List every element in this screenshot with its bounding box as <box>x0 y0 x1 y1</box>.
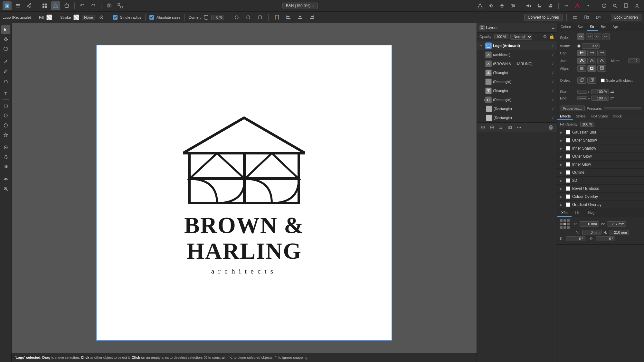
end-swap-icon[interactable]: ⇄ <box>610 96 614 101</box>
effect-inner-shadow[interactable]: ▶ Inner Shadow <box>557 144 644 153</box>
align-obj-left-icon[interactable] <box>571 13 580 22</box>
view-tool[interactable] <box>1 175 10 184</box>
cap-round[interactable] <box>587 50 596 56</box>
layers-fx-icon[interactable]: fx <box>497 124 505 131</box>
inner-glow-checkbox[interactable] <box>566 162 570 167</box>
align-obj-right-icon[interactable] <box>594 13 603 22</box>
effects-tab-effects[interactable]: Effects <box>557 113 573 120</box>
ungroup-icon[interactable] <box>116 1 125 10</box>
app-icon[interactable]: A <box>3 1 12 10</box>
ref-bl[interactable] <box>560 226 563 229</box>
outer-glow-expand[interactable]: ▶ <box>560 155 564 158</box>
radius-toggle3[interactable] <box>255 13 264 22</box>
layers-menu-btn[interactable]: ≡ <box>552 25 554 30</box>
stroke-swatch[interactable] <box>73 14 79 20</box>
h-input[interactable] <box>610 230 629 235</box>
undo-icon[interactable] <box>78 1 87 10</box>
mitre-input[interactable] <box>628 58 639 63</box>
stroke-style-solid[interactable] <box>577 33 584 40</box>
w-input[interactable] <box>607 221 626 227</box>
cap-square[interactable] <box>597 50 606 56</box>
inner-shadow-checkbox[interactable] <box>566 146 570 151</box>
order-back[interactable] <box>587 77 596 84</box>
start-value-input[interactable] <box>591 89 609 94</box>
align-center-icon[interactable] <box>296 13 305 22</box>
zoom-tool[interactable] <box>1 184 10 193</box>
stroke-style-dash[interactable] <box>586 33 593 40</box>
effects-tab-text-styles[interactable]: Text Styles <box>588 113 610 120</box>
fill-tool[interactable] <box>1 153 10 162</box>
expand-icon-5[interactable]: ▶ <box>479 98 484 101</box>
tab-swt[interactable]: Swt <box>574 23 586 31</box>
flip-v-icon[interactable] <box>497 1 507 10</box>
zoom-close[interactable]: ✕ <box>312 4 314 7</box>
star-tool[interactable] <box>1 130 10 139</box>
menu-icon[interactable] <box>14 1 23 10</box>
align-left-icon[interactable] <box>284 13 293 22</box>
convert-to-curves-button[interactable]: Convert to Curves <box>524 14 563 21</box>
join-miter[interactable] <box>577 58 586 64</box>
tab-colour[interactable]: Colour <box>557 23 574 31</box>
layer-item-5[interactable]: ▶ (Rectangle) ✓ <box>477 95 557 104</box>
pencil-tool[interactable] <box>1 67 10 76</box>
tab-brs[interactable]: Brs <box>598 23 610 31</box>
constraints-icon[interactable] <box>476 1 485 10</box>
outer-shadow-checkbox[interactable] <box>566 138 570 143</box>
scale-with-object-checkbox[interactable] <box>601 79 605 82</box>
tab-apr[interactable]: Apr <box>609 23 621 31</box>
lock-children-button[interactable]: Lock Children <box>611 14 641 21</box>
ref-mr[interactable] <box>567 223 570 225</box>
width-input[interactable] <box>582 43 600 49</box>
pixel-icon[interactable] <box>40 1 49 10</box>
node-tool[interactable] <box>1 35 10 44</box>
artboard-icon[interactable] <box>62 1 71 10</box>
outline-expand[interactable]: ▶ <box>560 171 564 174</box>
outline-checkbox[interactable] <box>566 170 570 175</box>
effect-3d[interactable]: ▶ 3D <box>557 177 644 185</box>
search-icon[interactable] <box>611 1 620 10</box>
align-right-icon[interactable] <box>307 13 316 22</box>
effect-gaussian-blur[interactable]: ▶ Gaussian Blur <box>557 128 644 136</box>
bezier-tool[interactable] <box>1 76 10 85</box>
stroke-settings-icon[interactable] <box>98 14 105 21</box>
effect-inner-glow[interactable]: ▶ Inner Glow <box>557 161 644 169</box>
canvas-area[interactable]: BROWN & HARLING architects 'Logo' select… <box>12 23 477 362</box>
more1-icon[interactable] <box>562 1 571 10</box>
start-swap-icon[interactable]: ⇄ <box>610 89 614 94</box>
radius-toggle2[interactable] <box>244 13 253 22</box>
redo-icon[interactable] <box>89 1 98 10</box>
tab-his[interactable]: His <box>572 209 584 217</box>
colour-overlay-checkbox[interactable] <box>566 194 570 199</box>
effect-outer-shadow[interactable]: ▶ Outer Shadow <box>557 136 644 144</box>
color-picker-tool[interactable] <box>1 143 10 152</box>
align-outside[interactable] <box>597 65 606 72</box>
layer-item-3[interactable]: (Rectangle) ✓ <box>477 77 557 86</box>
layers-add-icon[interactable] <box>488 124 496 131</box>
effect-outer-glow[interactable]: ▶ Outer Glow <box>557 153 644 161</box>
gradient-overlay-expand[interactable]: ▶ <box>560 203 564 207</box>
order-front[interactable] <box>577 77 586 84</box>
effect-outline[interactable]: ▶ Outline <box>557 169 644 177</box>
gaussian-blur-expand[interactable]: ▶ <box>560 131 564 134</box>
end-value-input[interactable] <box>591 96 609 101</box>
ref-ml[interactable] <box>560 223 563 225</box>
gradient-tool[interactable] <box>1 162 10 171</box>
join-bevel[interactable] <box>597 58 606 64</box>
x-input[interactable] <box>580 221 599 227</box>
inner-shadow-expand[interactable]: ▶ <box>560 147 564 150</box>
layer-item-2[interactable]: (Triangle) ✓ <box>477 68 557 77</box>
flip-h-icon[interactable] <box>487 1 496 10</box>
ref-mc[interactable] <box>564 223 566 225</box>
blend-mode-select[interactable]: Normal <box>510 34 532 40</box>
layer-item-1[interactable]: A (BROWN & ←HARLING) ✓ <box>477 59 557 68</box>
stroke-type-dropdown[interactable]: None <box>82 15 95 20</box>
colour-overlay-expand[interactable]: ▶ <box>560 195 564 199</box>
effect-colour-overlay[interactable]: ▶ Colour Overlay <box>557 193 644 201</box>
outer-shadow-expand[interactable]: ▶ <box>560 139 564 142</box>
3d-expand[interactable]: ▶ <box>560 179 564 182</box>
layers-lock-icon[interactable]: 🔒 <box>549 34 554 39</box>
artboard-expand-icon[interactable]: ▼ <box>479 44 484 47</box>
ellipse-tool[interactable] <box>1 111 10 120</box>
layers-settings-icon[interactable]: ⚙ <box>543 34 547 39</box>
ref-tc[interactable] <box>564 219 566 222</box>
